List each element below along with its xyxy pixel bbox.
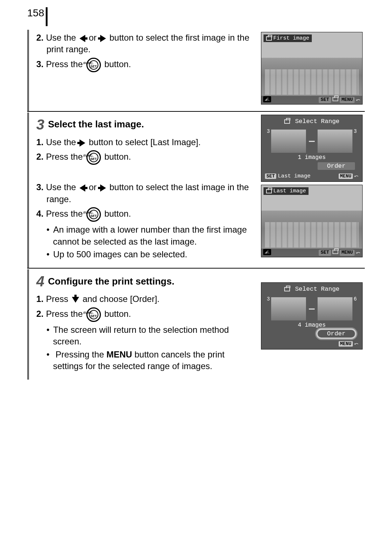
section-text: 4 Configure the print settings. 1. Press…: [29, 269, 260, 380]
last-thumb: 3: [318, 130, 352, 153]
step-text: Press the: [46, 309, 83, 319]
arrow-left-icon: [79, 184, 85, 192]
screenshot-column: Select Range 3 6 4 images Order MENU ⤺: [260, 269, 365, 380]
substep-3: 3. Use the or button to select the last …: [36, 181, 254, 205]
arrow-right-icon: [100, 184, 106, 192]
print-icon: [284, 287, 290, 291]
bullet-return-screen: The screen will return to the selection …: [46, 324, 254, 348]
substep-1: 1. Use the button to select [Last Image]…: [36, 136, 254, 148]
range-thumbs: 3 3: [269, 130, 355, 153]
step-text: button.: [104, 309, 131, 319]
step-text: Press: [46, 294, 68, 304]
screen-title-tag: Last image: [264, 187, 309, 195]
bullet-menu-cancel: Pressing the MENU button cancels the pri…: [46, 349, 254, 372]
footer-right: MENU ⤺: [339, 173, 359, 179]
camera-screen-last-image: Last image ◢L SET MENU ⤺: [261, 185, 363, 257]
image-count: 1 images: [261, 154, 362, 161]
screen-title: Select Range: [261, 118, 362, 125]
step-text: or: [89, 33, 97, 42]
first-num: 3: [267, 296, 270, 302]
step-text: Use the: [46, 137, 76, 147]
step-title: Select the last image.: [48, 118, 144, 131]
manual-page: 158 2. Use the or button to select the f…: [0, 0, 392, 402]
bullet-lower-number: An image with a lower number than the fi…: [46, 224, 254, 248]
screen-bottom-bar: SET MENU ⤺: [261, 249, 362, 257]
menu-box: MENU: [339, 341, 353, 347]
menu-box: MENU: [339, 173, 353, 179]
step-text: and choose [Order].: [82, 294, 159, 304]
substep-1: 1. Press and choose [Order].: [36, 293, 254, 305]
step-heading: 3 Select the last image.: [36, 115, 254, 134]
last-num: 3: [354, 128, 357, 134]
step-text: button.: [104, 59, 131, 69]
menu-bold: MENU: [106, 349, 132, 359]
menu-pill: MENU: [340, 250, 355, 256]
screen-title: Select Range: [261, 286, 362, 293]
undo-icon: ⤺: [354, 341, 359, 347]
func-set-icon: FUNC.SET: [86, 207, 101, 222]
func-set-icon: FUNC.SET: [86, 150, 101, 165]
range-thumbs: 3 6: [269, 297, 355, 320]
step-number: 4: [36, 271, 44, 291]
screen-title-tag: First image: [264, 34, 312, 42]
section-4: 4 Configure the print settings. 1. Press…: [27, 269, 365, 380]
footer-right: MENU ⤺: [339, 341, 359, 347]
print-icon: [266, 189, 272, 193]
undo-icon: ⤺: [356, 250, 360, 256]
range-dash: [309, 308, 315, 310]
first-thumb: 3: [271, 297, 306, 320]
section-2-continuation: 2. Use the or button to select the first…: [27, 30, 365, 112]
set-box: SET: [265, 173, 276, 179]
section-text: 3 Select the last image. 1. Use the butt…: [29, 113, 260, 268]
section-3: 3 Select the last image. 1. Use the butt…: [27, 113, 365, 269]
page-number-block: 158: [27, 7, 365, 26]
step-text: button to select the last image in the r…: [46, 182, 249, 204]
arrow-down-icon: [72, 297, 79, 303]
order-button: Order: [318, 162, 355, 170]
undo-icon: ⤺: [354, 173, 359, 179]
screen-title: First image: [273, 35, 309, 41]
page-number: 158: [27, 7, 44, 19]
step-title: Configure the print settings.: [48, 275, 174, 288]
step-text: Use the: [46, 182, 76, 192]
set-pill: SET: [319, 250, 331, 256]
arrow-left-icon: [79, 35, 85, 42]
step-2: 2. Use the or button to select the first…: [36, 32, 254, 56]
step-text: button to select the first image in the …: [46, 33, 249, 54]
page-number-bar: [46, 7, 48, 26]
screen-title: Last image: [273, 188, 306, 194]
step-text: button.: [104, 152, 131, 162]
func-set-icon: FUNC.SET: [86, 58, 101, 72]
section-text: 2. Use the or button to select the first…: [29, 30, 260, 111]
step-text: or: [89, 182, 97, 192]
substep-2: 2. Press the FUNC.SET button.: [36, 150, 254, 165]
step-text: Press the: [46, 152, 83, 162]
step-heading: 4 Configure the print settings.: [36, 271, 254, 291]
step-text: Use the: [46, 33, 76, 42]
step-text: Press the: [46, 59, 83, 69]
substep-2: 2. Press the FUNC.SET button.: [36, 307, 254, 322]
range-dash: [309, 141, 315, 142]
screenshot-column: Select Range 3 3 1 images Order SET Last…: [260, 113, 365, 268]
last-thumb: 6: [318, 297, 352, 320]
step-number: 3: [36, 115, 44, 134]
camera-screen-select-range-2: Select Range 3 6 4 images Order MENU ⤺: [261, 282, 363, 349]
arrow-right-icon: [100, 35, 106, 42]
print-icon: [332, 97, 338, 101]
order-button-highlighted: Order: [318, 330, 355, 338]
arrow-right-icon: [79, 139, 85, 147]
last-image-label: Last image: [278, 173, 310, 179]
print-icon: [332, 250, 338, 254]
first-thumb: 3: [271, 130, 306, 153]
screenshot-column: First image ◢L SET MENU ⤺: [260, 30, 365, 111]
first-num: 3: [267, 128, 270, 134]
undo-icon: ⤺: [356, 97, 360, 103]
step-text: button to select [Last Image].: [89, 137, 201, 147]
screen-bottom-bar: SET MENU ⤺: [261, 96, 362, 104]
set-pill: SET: [319, 97, 331, 103]
bullet-500-images: Up to 500 images can be selected.: [46, 249, 254, 260]
print-icon: [284, 119, 290, 124]
step-text: button.: [104, 209, 131, 219]
print-icon: [266, 36, 272, 41]
camera-screen-first-image: First image ◢L SET MENU ⤺: [261, 32, 363, 105]
